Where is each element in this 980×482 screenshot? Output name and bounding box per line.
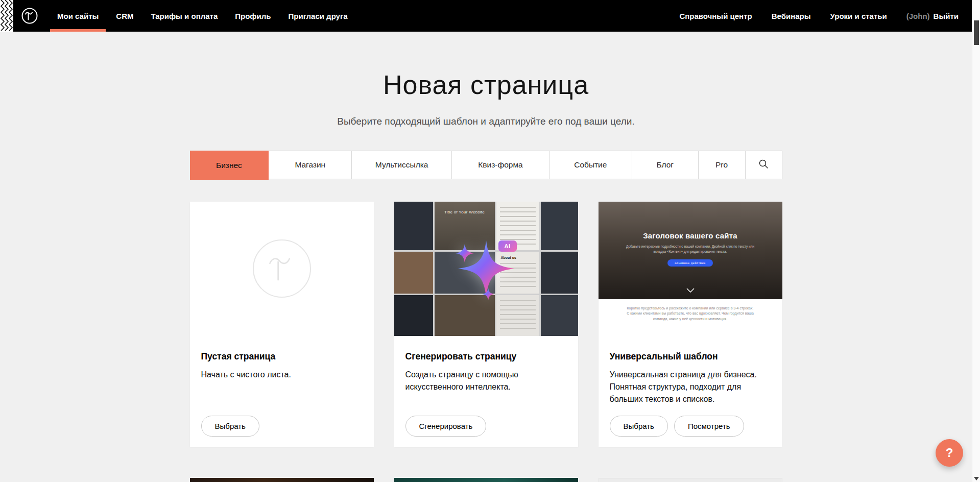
collage-site-title: Title of Your Website [435,210,495,214]
zigzag-decoration-icon [0,0,13,32]
scrollbar-down-arrow-icon[interactable] [974,477,979,480]
primary-nav: Мои сайты CRM Тарифы и оплата Профиль Пр… [57,0,348,32]
vertical-scrollbar[interactable] [972,0,980,482]
nav-item-webinars[interactable]: Вебинары [772,12,811,20]
scrollbar-thumb[interactable] [974,20,979,45]
card-title: Пустая страница [201,351,363,362]
tilda-watermark-icon [252,238,312,299]
template-card-partial[interactable] [394,478,578,482]
help-button[interactable]: ? [936,439,963,467]
nav-item-lessons[interactable]: Уроки и статьи [830,12,887,20]
logout-link[interactable]: Выйти [934,12,959,20]
choose-universal-button[interactable]: Выбрать [610,416,668,437]
choose-blank-button[interactable]: Выбрать [201,416,259,437]
template-grid-next-row [190,478,782,482]
search-icon [758,159,769,171]
template-body-text: Коротко представьтесь и расскажите о ком… [626,306,755,323]
nav-item-help-center[interactable]: Справочный центр [679,12,752,20]
nav-item-billing[interactable]: Тарифы и оплата [151,0,218,32]
nav-item-invite-friend[interactable]: Пригласи друга [288,0,347,32]
search-templates-button[interactable] [746,151,782,179]
template-card-universal: Заголовок вашего сайта Добавьте интересн… [599,202,782,447]
template-card-partial[interactable] [190,478,374,482]
top-navigation-bar: Мои сайты CRM Тарифы и оплата Профиль Пр… [0,0,972,32]
template-hero-cta-button: основное действие [667,259,712,267]
card-description: Универсальная страница для бизнеса. Поня… [610,369,771,405]
card-description: Начать с чистого листа. [201,369,363,381]
page-subtitle: Выберите подходящий шаблон и адаптируйте… [190,116,782,128]
user-menu: (John) Выйти [906,12,959,20]
tilda-logo-icon[interactable] [19,6,40,26]
nav-item-profile[interactable]: Профиль [235,0,271,32]
tab-event[interactable]: Событие [549,151,632,179]
template-hero-subtext: Добавьте интересные подробности о вашей … [622,244,759,254]
generate-page-button[interactable]: Сгенерировать [405,416,487,437]
nav-item-crm[interactable]: CRM [116,0,133,32]
tab-business[interactable]: Бизнес [190,151,269,180]
user-name: (John) [906,12,930,20]
chevron-down-icon [686,285,695,295]
tab-blog[interactable]: Блог [632,151,699,179]
preview-universal-button[interactable]: Посмотреть [674,416,744,437]
card-description: Создать страницу с помощью искусственног… [405,369,567,393]
template-grid: Пустая страница Начать с чистого листа. … [190,202,782,447]
tab-quiz-form[interactable]: Квиз-форма [452,151,549,179]
template-hero-section: Заголовок вашего сайта Добавьте интересн… [599,202,782,299]
tab-store[interactable]: Магазин [269,151,352,179]
page-title: Новая страница [190,70,782,101]
template-hero-title: Заголовок вашего сайта [599,231,782,240]
tab-pro[interactable]: Pro [699,151,746,179]
ai-sparkle-icon [394,202,578,336]
tab-multilink[interactable]: Мультиссылка [352,151,452,179]
collage-about-label: About us [501,256,516,259]
card-title: Универсальный шаблон [610,351,771,362]
template-text-section: Коротко представьтесь и расскажите о ком… [599,306,782,336]
secondary-nav: Справочный центр Вебинары Уроки и статьи… [679,12,959,20]
ai-preview: Title of Your Website About us [394,202,578,336]
universal-preview: Заголовок вашего сайта Добавьте интересн… [599,202,782,336]
template-card-blank: Пустая страница Начать с чистого листа. … [190,202,374,447]
new-page-dialog: Новая страница Выберите подходящий шабло… [0,32,972,482]
card-title: Сгенерировать страницу [405,351,567,362]
category-tabs: Бизнес Магазин Мультиссылка Квиз-форма С… [190,151,782,179]
blank-preview [190,202,374,336]
nav-item-my-sites[interactable]: Мои сайты [57,0,99,32]
template-card-ai-generate: Title of Your Website About us [394,202,578,447]
template-card-partial[interactable] [599,478,782,482]
app-root: Мои сайты CRM Тарифы и оплата Профиль Пр… [0,0,980,482]
ai-badge: AI [498,240,517,252]
